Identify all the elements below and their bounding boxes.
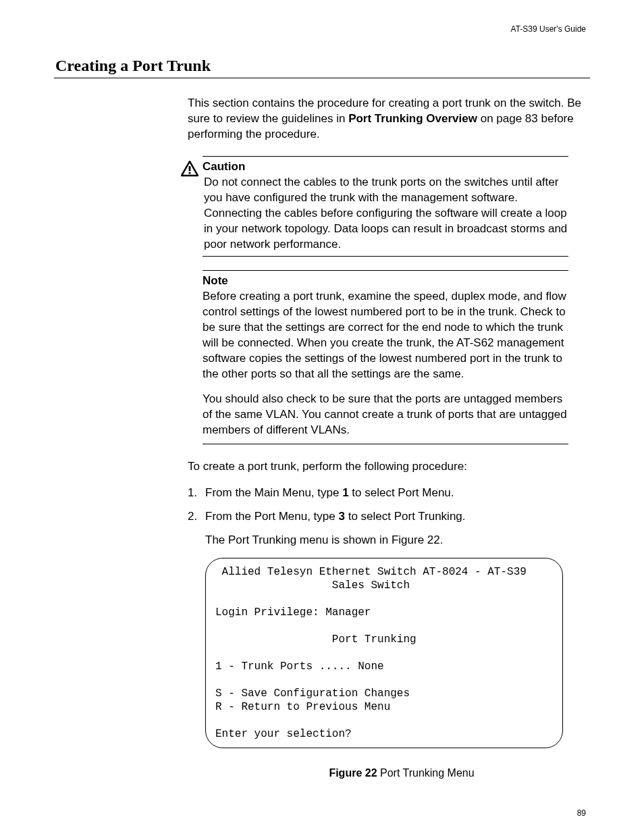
figure-number: Figure 22 (329, 767, 377, 779)
body-column: This section contains the procedure for … (188, 96, 583, 780)
running-header: AT-S39 User's Guide (54, 24, 590, 34)
list-item: 1. From the Main Menu, type 1 to select … (188, 486, 583, 501)
step-key: 3 (338, 510, 344, 523)
step-text-pre: From the Main Menu, type (205, 486, 342, 499)
note-label: Note (203, 273, 568, 289)
step-text-pre: From the Port Menu, type (205, 510, 338, 523)
page-number: 89 (577, 808, 586, 818)
caution-callout: Caution Do not connect the cables to the… (203, 156, 568, 257)
note-para2: You should also check to be sure that th… (203, 392, 568, 438)
step-text-post: to select Port Menu. (349, 486, 454, 499)
step-body: From the Main Menu, type 1 to select Por… (205, 486, 583, 501)
step-body: From the Port Menu, type 3 to select Por… (205, 509, 583, 525)
step-number: 2. (188, 509, 205, 525)
step-number: 1. (188, 486, 205, 501)
step-list: 1. From the Main Menu, type 1 to select … (188, 486, 583, 525)
svg-rect-0 (189, 166, 191, 172)
caution-icon (181, 161, 198, 182)
caution-label: Caution (203, 159, 568, 175)
section-title: Creating a Port Trunk (55, 57, 590, 75)
note-para1: Before creating a port trunk, examine th… (203, 289, 568, 382)
svg-rect-1 (189, 172, 191, 174)
caution-text: Do not connect the cables to the trunk p… (204, 175, 568, 253)
note-callout: Note Before creating a port trunk, exami… (203, 270, 568, 444)
figure-title: Port Trunking Menu (377, 767, 475, 779)
step-subline: The Port Trunking menu is shown in Figur… (205, 533, 583, 548)
terminal-screen: Allied Telesyn Ethernet Switch AT-8024 -… (205, 558, 563, 748)
procedure-lead: To create a port trunk, perform the foll… (188, 459, 583, 475)
intro-paragraph: This section contains the procedure for … (188, 96, 583, 142)
title-rule (54, 78, 590, 78)
list-item: 2. From the Port Menu, type 3 to select … (188, 509, 583, 525)
intro-bold-ref: Port Trunking Overview (348, 112, 477, 125)
step-key: 1 (342, 486, 348, 499)
figure-caption: Figure 22 Port Trunking Menu (223, 766, 581, 781)
step-text-post: to select Port Trunking. (345, 510, 466, 523)
